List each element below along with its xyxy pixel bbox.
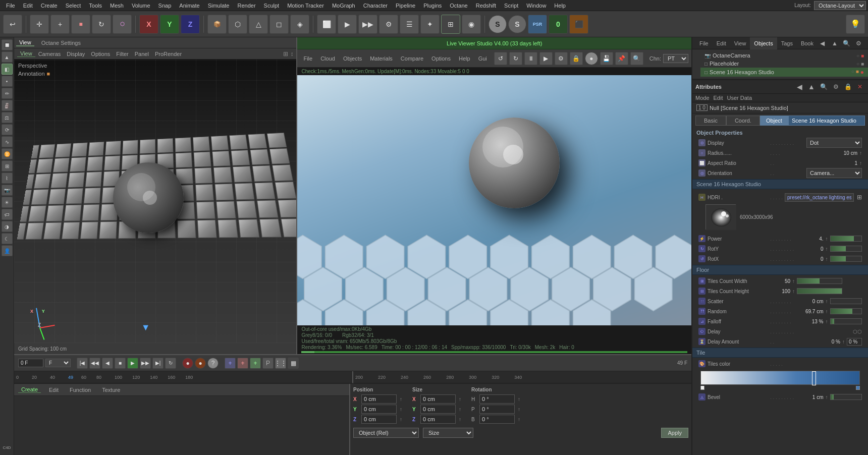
light-btn[interactable]: 💡 (846, 15, 865, 34)
rv-help[interactable]: Help (456, 55, 473, 62)
live-viewer-btn[interactable]: ⊞ (441, 15, 460, 34)
timeline-nav5[interactable]: ⋮⋮ (275, 358, 286, 369)
rv-zoom-btn[interactable]: 🔍 (630, 52, 643, 65)
deformers-tool[interactable]: ⌇ (2, 173, 13, 184)
play-reverse[interactable]: ◀ (102, 358, 113, 369)
viewport-full-btn[interactable]: ↕ (290, 50, 293, 58)
menu-octane[interactable]: Octane (446, 0, 471, 11)
z-axis-btn[interactable]: Z (181, 15, 200, 34)
snap-btn[interactable]: S (489, 15, 507, 33)
h-rot-input[interactable] (479, 394, 515, 404)
rv-cloud[interactable]: Cloud (317, 55, 338, 62)
menu-create[interactable]: Create (37, 0, 62, 11)
random-arrow[interactable]: ↑ (826, 309, 828, 314)
x-pos-input[interactable] (361, 394, 397, 404)
color-handle[interactable] (812, 371, 816, 385)
point-tool[interactable]: • (2, 76, 13, 87)
menu-render[interactable]: Render (233, 0, 259, 11)
menu-motion-tracker[interactable]: Motion Tracker (283, 0, 328, 11)
live-viewer-canvas[interactable] (297, 75, 691, 325)
zero-btn[interactable]: 0 (549, 15, 568, 34)
poly-mode-btn[interactable]: ⬡ (228, 15, 247, 34)
b-rot-input[interactable] (479, 415, 515, 424)
mode-tab[interactable]: Mode (695, 95, 710, 101)
material-tool[interactable]: ◑ (2, 221, 13, 232)
menu-simulate[interactable]: Simulate (204, 0, 234, 11)
tag-icon[interactable]: ■ (861, 53, 864, 59)
weight-tool[interactable]: ⚖ (2, 112, 13, 123)
vis3-icon[interactable]: ○ (851, 69, 854, 76)
kf-create-tab[interactable]: Create (18, 386, 41, 393)
post-effects-btn[interactable]: ✦ (420, 15, 440, 34)
attr-back-icon[interactable]: ◀ (794, 82, 804, 92)
rv-refresh-btn[interactable]: ↻ (509, 52, 522, 65)
hdri-input[interactable] (785, 193, 854, 202)
menu-edit[interactable]: Edit (19, 0, 37, 11)
orientation-select[interactable]: Camera... (806, 168, 862, 178)
z-pos-input[interactable] (361, 415, 397, 424)
record-btn[interactable]: ● (182, 358, 193, 369)
prev-first-frame[interactable]: |◀ (77, 358, 88, 369)
menu-animate[interactable]: Animate (175, 0, 203, 11)
size-mode-select[interactable]: Size (423, 428, 473, 438)
falloff-slider[interactable] (830, 318, 862, 324)
point-mode-btn[interactable]: ◻ (269, 15, 289, 34)
userdata-tab[interactable]: User Data (727, 95, 752, 101)
render-all-btn[interactable]: ▶▶ (358, 15, 377, 34)
prorender-sub-tab[interactable]: ProRender (152, 51, 185, 57)
viewport-expand-btn[interactable]: ⊞ (283, 50, 288, 58)
filter-sub-tab[interactable]: Filter (113, 51, 131, 57)
tag2-icon[interactable]: ■ (861, 61, 864, 67)
options-sub-tab[interactable]: Options (88, 51, 113, 57)
object-tab[interactable]: Object (760, 116, 788, 126)
rp-tab-view[interactable]: View (730, 37, 750, 49)
object-mode-btn[interactable]: 📦 (207, 15, 227, 34)
rp-tab-objects[interactable]: Objects (750, 37, 777, 49)
select-tool-btn[interactable]: ✛ (30, 15, 49, 34)
view-sub-tab[interactable]: View (17, 50, 35, 57)
tw-arrow[interactable]: ↑ (792, 278, 795, 284)
rv-pause-btn[interactable]: ⏸ (524, 52, 537, 65)
scatter-slider[interactable] (830, 298, 862, 304)
loop-btn[interactable]: ↻ (165, 358, 176, 369)
spline-tool[interactable]: ∿ (2, 136, 13, 147)
roty-arrow-up[interactable]: ↑ (826, 246, 828, 252)
layout-select[interactable]: Octane-Layout (814, 1, 866, 10)
menu-redshift[interactable]: Redshift (472, 0, 500, 11)
coord-tab[interactable]: Coord. (726, 116, 760, 126)
tag3-icon[interactable]: ■ (856, 69, 859, 76)
apply-button[interactable]: Apply (661, 428, 688, 438)
play-btn[interactable]: ▶ (127, 358, 138, 369)
tag-tool[interactable]: 🏷 (2, 209, 13, 220)
menu-select[interactable]: Select (62, 0, 85, 11)
rv-lock-btn[interactable]: 🔒 (570, 52, 583, 65)
rv-options[interactable]: Options (428, 55, 454, 62)
x-axis-btn[interactable]: X (139, 15, 158, 34)
rp-lock-icon[interactable]: 🔒 (866, 38, 868, 48)
move-tool-btn[interactable]: + (50, 15, 70, 34)
color-stop-right[interactable] (856, 386, 860, 390)
menu-sculpt[interactable]: Sculpt (260, 0, 284, 11)
psr-btn[interactable]: PSR (528, 15, 547, 34)
undo-btn[interactable]: ↩ (3, 15, 22, 34)
menu-tools[interactable]: Tools (85, 0, 106, 11)
power-slider[interactable] (830, 236, 862, 242)
hdri-expand-btn[interactable]: ⊞ (857, 194, 862, 201)
scatter-arrow[interactable]: ↑ (826, 299, 828, 304)
falloff-arrow[interactable]: ↑ (826, 319, 828, 324)
display-sub-tab[interactable]: Display (64, 51, 88, 57)
poly-tool[interactable]: ▲ (2, 51, 13, 63)
frame-start-input[interactable] (18, 359, 43, 367)
rp-tab-book[interactable]: Book (797, 37, 818, 49)
menu-window[interactable]: Window (522, 0, 550, 11)
kf-edit-tab[interactable]: Edit (46, 387, 62, 393)
display-select[interactable]: Dot (806, 138, 862, 148)
roty-slider[interactable] (830, 246, 862, 252)
generators-tool[interactable]: ♊ (2, 148, 13, 159)
camera-tool[interactable]: 📷 (2, 185, 13, 196)
menu-character[interactable]: Character (359, 0, 392, 11)
menu-script[interactable]: Script (500, 0, 522, 11)
object-name-input[interactable] (788, 116, 865, 126)
menu-snap[interactable]: Snap (154, 0, 176, 11)
color-gradient[interactable] (700, 371, 860, 385)
